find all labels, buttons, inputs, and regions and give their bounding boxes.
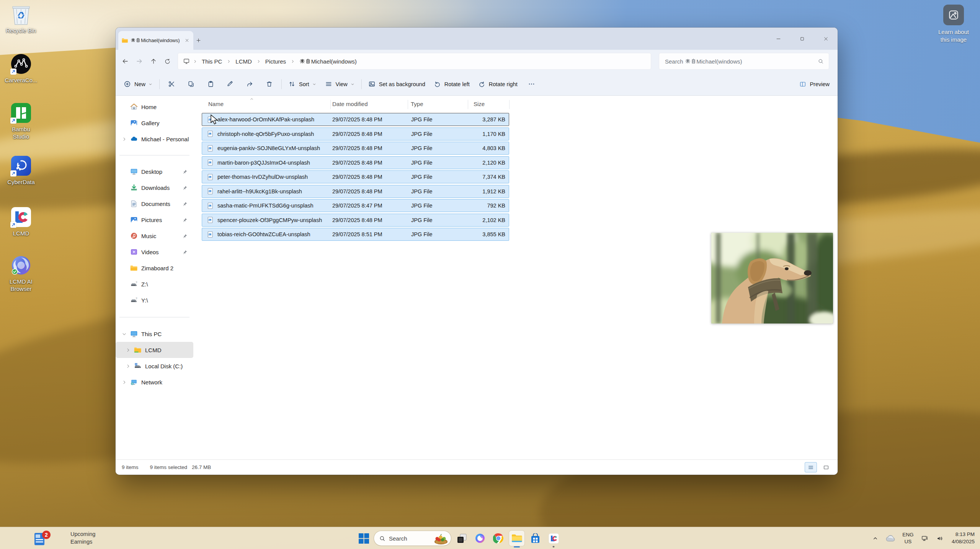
column-size[interactable]: Size [474,101,485,107]
file-row[interactable]: martin-baron-p3QJJsImxO4-unsplash29/07/2… [202,156,509,169]
home-icon [130,103,141,111]
file-name: peter-thomas-IrvDZyhulDw-unsplash [217,174,308,180]
file-row[interactable]: spencer-plouzek-Of3PggCMPyw-unsplash29/0… [202,214,509,227]
sidebar-item-zimaboard-2[interactable]: Zimaboard 2 [116,260,193,276]
file-row[interactable]: tobias-reich-GO0htwZCuEA-unsplash29/07/2… [202,228,509,241]
language-indicator[interactable]: ENG US [899,531,917,546]
tab-close-icon[interactable] [183,36,191,45]
sidebar-item-michael-personal[interactable]: Michael - Personal [116,131,193,147]
share-button[interactable] [240,77,260,92]
sidebar-item-gallery[interactable]: Gallery [116,115,193,131]
breadcrumb-item[interactable]: Michael(windows) [297,58,359,65]
window-controls [766,28,838,50]
taskbar-app-chrome[interactable] [491,531,506,546]
breadcrumb-bar[interactable]: This PCLCMDPicturesMichael(windows) [178,53,651,70]
column-date-modified[interactable]: Date modified [332,101,368,107]
sidebar-item-home[interactable]: Home [116,99,193,115]
sidebar-item-network[interactable]: Network [116,374,193,390]
back-button[interactable] [118,54,132,69]
pin-icon [182,201,188,207]
file-row[interactable]: alex-harwood-OrOmNKAfPak-unsplash29/07/2… [202,113,509,126]
taskbar-app-snip-tool[interactable] [454,531,469,546]
paste-button[interactable] [201,77,220,92]
desktop-icon-label: Recycle Bin [6,27,36,34]
search-box[interactable]: Search Michael(windows) [659,53,829,70]
preview-button[interactable]: Preview [795,77,834,92]
sidebar-item-documents[interactable]: Documents [116,196,193,212]
chevron-right-icon[interactable] [126,348,134,353]
desktop-icon-bambu-studio[interactable]: Bambu Studio [0,102,42,141]
sort-button[interactable]: Sort [284,77,321,92]
file-type: JPG File [406,217,466,223]
start-button[interactable] [356,531,371,546]
file-date: 29/07/2025 8:48 PM [329,116,406,123]
sidebar-item-local-disk-c-[interactable]: Local Disk (C:) [116,358,193,374]
widgets-button[interactable]: 2 Upcoming Earnings [30,527,99,549]
sidebar-item-this-pc[interactable]: This PC [116,326,193,342]
sidebar-item-music[interactable]: Music [116,228,193,244]
up-button[interactable] [146,54,160,69]
sidebar-item-videos[interactable]: Videos [116,244,193,260]
minimize-button[interactable] [766,28,790,50]
recycle-bin-icon [10,3,32,25]
column-type[interactable]: Type [411,101,423,107]
maximize-button[interactable] [790,28,814,50]
explorer-tab[interactable]: Michael(windows) [118,31,193,50]
desktop-icon-lcmd-ai-browser[interactable]: LCMD AI Browser [0,254,42,293]
thumbnail-view-button[interactable] [820,462,832,472]
refresh-button[interactable] [160,54,175,69]
desktop-icon-lcmd[interactable]: LCMD [0,206,42,237]
breadcrumb-item[interactable]: LCMD [233,58,254,65]
rotate-right-button[interactable]: Rotate right [474,77,522,92]
search-icon[interactable] [818,58,824,64]
sidebar-item-z-[interactable]: ?Z:\ [116,276,193,292]
breadcrumb-item[interactable]: Pictures [263,58,288,65]
network-tray-icon[interactable] [917,531,933,546]
new-button[interactable]: New [119,77,157,92]
chevron-down-icon[interactable] [122,332,130,337]
column-name[interactable]: Name [208,101,224,107]
chevron-right-icon[interactable] [122,380,130,385]
sidebar-item-pictures[interactable]: Pictures [116,212,193,228]
more-options-button[interactable] [522,77,541,92]
copy-button[interactable] [181,77,201,92]
taskbar-app-copilot[interactable] [472,531,488,546]
new-tab-button[interactable] [192,34,204,46]
close-button[interactable] [814,28,838,50]
hidden-icons-chevron[interactable] [869,531,882,546]
desktop-icon-cyberdata[interactable]: CyberData [0,155,42,186]
details-view-button[interactable] [805,462,817,472]
chevron-right-icon[interactable] [122,137,130,142]
file-row[interactable]: sasha-matic-PmUFKTSdG6g-unsplash29/07/20… [202,199,509,212]
chevron-right-icon[interactable] [126,364,134,369]
sidebar-item-desktop[interactable]: Desktop [116,163,193,180]
file-row[interactable]: rahel-arlitt--h9UkcKg1Bk-unsplash29/07/2… [202,185,509,198]
taskbar-app-lcmd[interactable] [546,531,561,546]
file-row[interactable]: eugenia-pankiv-SOJN8eGLYxM-unsplash29/07… [202,142,509,155]
file-row[interactable]: peter-thomas-IrvDZyhulDw-unsplash29/07/2… [202,170,509,183]
desktop-icon-recycle-bin[interactable]: Recycle Bin [0,3,42,34]
learn-about-image[interactable]: Learn about this image [933,5,975,43]
taskbar-app-file-explorer[interactable] [509,531,524,546]
onedrive-tray-icon[interactable] [882,531,899,546]
jpg-file-icon [207,159,214,166]
sidebar-item-lcmd[interactable]: LCMD [116,342,193,358]
rotate-left-button[interactable]: Rotate left [430,77,474,92]
sidebar-item-y-[interactable]: ?Y:\ [116,292,193,308]
taskbar-search[interactable]: Search [374,531,451,546]
rename-button[interactable] [220,77,240,92]
taskbar-clock[interactable]: 8:13 PM 4/08/2025 [952,531,975,546]
toolbar-divider [361,79,362,89]
breadcrumb-item[interactable]: This PC [199,58,224,65]
file-row[interactable]: christoph-nolte-qOr5bFyPuxo-unsplash29/0… [202,127,509,141]
forward-button[interactable] [132,54,146,69]
volume-tray-icon[interactable] [933,531,948,546]
set-as-background-button[interactable]: Set as background [364,77,430,92]
file-explorer-window: Michael(windows) This PCLCMDPicturesMich… [116,28,838,475]
cut-button[interactable] [162,77,181,92]
view-button[interactable]: View [321,77,359,92]
delete-button[interactable] [260,77,279,92]
desktop-icon-carvera-controller[interactable]: CarveraCo... [0,53,42,84]
sidebar-item-downloads[interactable]: Downloads [116,180,193,196]
taskbar-app-microsoft-store[interactable] [528,531,543,546]
